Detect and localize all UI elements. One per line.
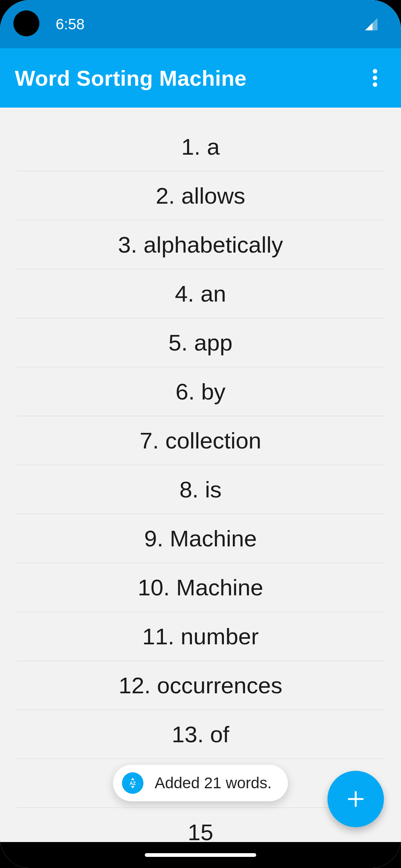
list-item[interactable]: 11. number (16, 612, 385, 661)
list-item[interactable]: 15 (16, 808, 385, 842)
list-item[interactable]: 5. app (16, 318, 385, 367)
more-vertical-icon (373, 69, 377, 87)
app-bar: Word Sorting Machine (0, 48, 401, 108)
list-item[interactable]: 1. a (16, 122, 385, 171)
list-item[interactable]: 2. allows (16, 171, 385, 220)
device-frame: 6:58 Word Sorting Machine 1. a 2. allows (0, 0, 401, 868)
snackbar: AZ Added 21 words. (113, 765, 288, 801)
list-item[interactable]: 7. collection (16, 416, 385, 465)
svg-point-1 (373, 76, 377, 80)
plus-icon (345, 789, 366, 809)
svg-point-2 (373, 82, 377, 87)
content-area: 1. a 2. allows 3. alphabetically 4. an 5… (0, 108, 401, 842)
svg-point-0 (373, 69, 377, 73)
list-item[interactable]: 13. of (16, 710, 385, 759)
list-item[interactable]: 12. occurrences (16, 661, 385, 710)
word-list[interactable]: 1. a 2. allows 3. alphabetically 4. an 5… (0, 122, 401, 842)
snackbar-text: Added 21 words. (154, 774, 271, 792)
gesture-handle[interactable] (145, 853, 256, 857)
status-icons (364, 17, 379, 32)
sort-az-icon: AZ (122, 772, 143, 794)
list-item[interactable]: 4. an (16, 269, 385, 318)
list-item[interactable]: 6. by (16, 367, 385, 416)
list-item[interactable]: 3. alphabetically (16, 220, 385, 269)
list-item[interactable]: 9. Machine (16, 514, 385, 563)
cellular-signal-icon (364, 17, 379, 32)
add-button[interactable] (327, 771, 384, 827)
list-item[interactable]: 8. is (16, 465, 385, 514)
system-nav-bar (0, 842, 401, 868)
app-title: Word Sorting Machine (15, 66, 247, 91)
camera-notch (13, 10, 39, 36)
status-time: 6:58 (56, 16, 85, 33)
list-item[interactable]: 10. Machine (16, 563, 385, 612)
overflow-menu-button[interactable] (364, 67, 386, 89)
status-bar: 6:58 (0, 0, 401, 48)
svg-text:AZ: AZ (130, 781, 136, 786)
